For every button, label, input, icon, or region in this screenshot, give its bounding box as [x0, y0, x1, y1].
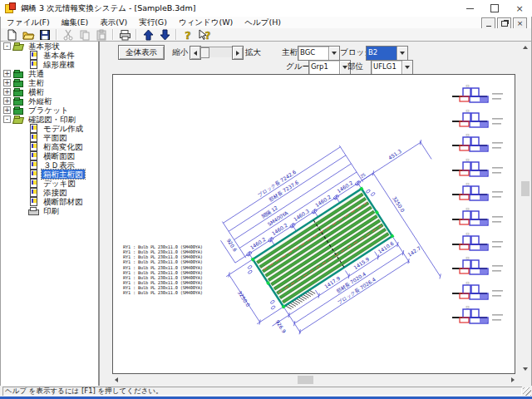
tree-expander-icon[interactable] [18, 52, 26, 59]
tree-expander-icon[interactable] [18, 161, 26, 169]
block-select[interactable]: B2 [366, 46, 408, 61]
tree-expander-icon[interactable] [3, 88, 11, 96]
section-symbol[interactable] [452, 306, 509, 331]
tree-item-label[interactable]: 基本条件 [42, 51, 76, 60]
menu-item[interactable]: 実行(G) [133, 17, 173, 28]
tree-item[interactable]: 線形座標 [1, 60, 98, 69]
girder-select[interactable]: BGC [298, 46, 340, 61]
tree-expander-icon[interactable] [18, 152, 26, 160]
print-button[interactable] [116, 28, 133, 41]
tree-expander-icon[interactable] [18, 170, 26, 178]
tree-item-label[interactable]: 線形座標 [42, 60, 76, 69]
maximize-button[interactable] [482, 0, 507, 17]
part-dropdown-button[interactable] [401, 61, 412, 74]
scroll-right-button[interactable] [507, 374, 518, 386]
girder-dropdown-button[interactable] [328, 47, 339, 60]
horizontal-scroll-thumb[interactable] [298, 376, 313, 384]
resize-grip[interactable] [523, 387, 531, 396]
tree-expander-icon[interactable] [3, 70, 11, 77]
tree-item[interactable]: 確認図・印刷 [1, 115, 98, 124]
tree-item[interactable]: 平面図 [1, 133, 98, 142]
tree-item[interactable]: 主桁 [1, 78, 98, 87]
menu-item[interactable]: 編集(E) [56, 17, 94, 28]
vertical-scroll-thumb[interactable] [521, 181, 530, 196]
mdi-restore-button[interactable] [497, 17, 511, 29]
section-symbol[interactable] [452, 85, 509, 110]
section-symbol[interactable] [452, 257, 509, 282]
section-symbol[interactable] [452, 208, 509, 233]
tree-item-label[interactable]: 外縦桁 [27, 96, 54, 106]
tree-expander-icon[interactable] [18, 207, 26, 214]
tree-item-label[interactable]: モデル作成 [42, 124, 85, 133]
tree-expander-icon[interactable] [3, 106, 11, 114]
tree-item-label[interactable]: 基本形状 [27, 42, 62, 51]
menu-item[interactable]: ファイル(F) [1, 17, 56, 28]
tree-item[interactable]: ３Ｄ表示 [1, 160, 98, 170]
menu-item[interactable]: 表示(V) [94, 17, 133, 28]
move-down-button[interactable] [156, 28, 173, 41]
mdi-close-button[interactable]: × [513, 17, 527, 29]
tree-item-label[interactable]: 印刷 [42, 206, 61, 215]
tree-item-label[interactable]: 桁高変化図 [42, 142, 85, 151]
tree-item[interactable]: 横桁 [1, 87, 98, 96]
tree-item-label[interactable]: 横断面図 [42, 151, 76, 160]
section-symbol[interactable] [452, 134, 509, 159]
tree-item[interactable]: 添接図 [1, 188, 98, 197]
part-select[interactable]: UFLG1 [371, 60, 413, 75]
scroll-left-button[interactable] [111, 374, 121, 386]
tree-item-label[interactable]: 共通 [27, 69, 46, 78]
save-button[interactable] [37, 28, 53, 41]
section-symbol[interactable] [452, 233, 509, 258]
tree-item-label[interactable]: 横断部材図 [42, 197, 85, 206]
tree-expander-icon[interactable] [18, 143, 26, 150]
vertical-scrollbar[interactable] [520, 42, 531, 374]
section-symbol[interactable] [452, 282, 509, 307]
tree-item[interactable]: 共通 [1, 69, 98, 78]
tree-expander-icon[interactable] [18, 61, 26, 68]
tree-item[interactable]: 箱桁主桁図 [1, 170, 98, 179]
tree-item[interactable]: モデル作成 [1, 124, 98, 133]
tree-item-label[interactable]: デッキ図 [42, 179, 77, 188]
horizontal-scrollbar[interactable] [109, 374, 520, 386]
tree-expander-icon[interactable] [18, 125, 26, 132]
tree-expander-icon[interactable] [18, 134, 26, 141]
tree-expander-icon[interactable] [3, 42, 11, 50]
context-help-button[interactable]: ? [196, 28, 213, 41]
tree-item[interactable]: 桁高変化図 [1, 142, 98, 151]
zoom-scroll-right-button[interactable] [232, 46, 244, 60]
zoom-scroll-track[interactable] [200, 47, 232, 57]
tree-item[interactable]: 基本条件 [1, 51, 98, 60]
tree-item-label[interactable]: 添接図 [42, 188, 69, 197]
tree-item[interactable]: 印刷 [1, 206, 98, 215]
zoom-scroll-thumb[interactable] [200, 47, 209, 58]
tree-expander-icon[interactable] [18, 180, 26, 187]
tree-expander-icon[interactable] [3, 97, 11, 105]
menu-item[interactable]: ウィンドウ(W) [173, 17, 239, 28]
help-button[interactable]: ? [180, 28, 196, 41]
mdi-minimize-button[interactable] [481, 17, 495, 29]
menu-item[interactable]: ヘルプ(H) [239, 17, 287, 28]
tree-item-label[interactable]: 箱桁主桁図 [42, 170, 85, 179]
section-symbol[interactable] [452, 159, 509, 184]
tree-expander-icon[interactable] [3, 116, 11, 123]
section-symbol[interactable] [452, 183, 509, 208]
tree-item[interactable]: 外縦桁 [1, 96, 98, 106]
tree-item[interactable]: 基本形状 [1, 42, 98, 51]
drawing-canvas[interactable]: ブロック長 7242.6 部材長 7237.6 間隔 12 SM400YA 14… [112, 74, 515, 374]
scroll-up-button[interactable] [520, 42, 531, 52]
block-dropdown-button[interactable] [397, 47, 407, 60]
tree-item-label[interactable]: ブラケット [27, 106, 71, 115]
fit-view-button[interactable]: 全体表示 [118, 45, 165, 60]
minimize-button[interactable] [457, 0, 482, 17]
tree-item[interactable]: 横断面図 [1, 151, 98, 160]
open-button[interactable] [20, 28, 37, 41]
new-button[interactable] [3, 28, 20, 41]
panel-splitter[interactable] [100, 42, 109, 386]
tree-item[interactable]: 横断部材図 [1, 197, 98, 206]
tree-item[interactable]: デッキ図 [1, 179, 98, 188]
tree-expander-icon[interactable] [3, 79, 11, 86]
move-up-button[interactable] [140, 28, 156, 41]
tree-item-label[interactable]: 平面図 [42, 133, 69, 142]
tree-item-label[interactable]: ３Ｄ表示 [42, 160, 76, 170]
tree-item[interactable]: ブラケット [1, 106, 98, 115]
